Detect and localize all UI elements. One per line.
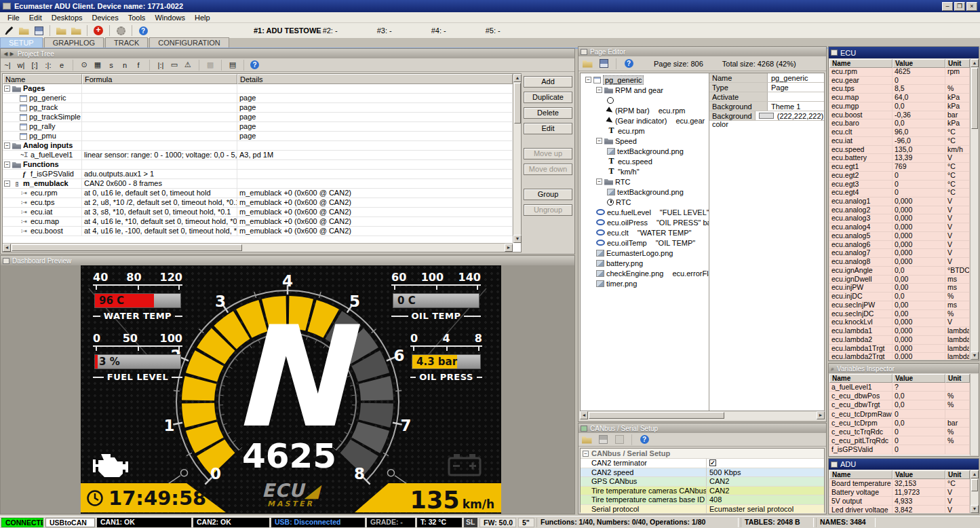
ecu-channel-row[interactable]: ecu.secInjDC0,00% [829, 310, 970, 319]
expander-icon[interactable]: − [585, 77, 591, 83]
page-editor-tree-item[interactable]: textBackground.png [581, 146, 709, 156]
property-row[interactable]: Background color(222,222,222) [709, 111, 824, 121]
import-icon[interactable] [55, 25, 67, 37]
adu-channel-row[interactable]: Led driver voltage3,842V [829, 506, 970, 513]
expander-icon[interactable]: − [596, 178, 602, 185]
ecu-channel-row[interactable]: ecu.baro0,0kPa [829, 119, 970, 128]
edit-button[interactable]: Edit [524, 123, 572, 134]
variable-row[interactable]: c_ecu_dbwPos0,0% [829, 392, 970, 400]
project-tree-row[interactable]: pg_rallypage [3, 122, 513, 132]
table-icon[interactable]: ▦ [93, 60, 102, 69]
column-header-name[interactable]: Name [829, 59, 893, 68]
page-editor-tree-item[interactable]: −RPM and gear [581, 85, 709, 95]
setting-value[interactable]: Ecumaster serial protocol [707, 505, 824, 514]
project-tree-row[interactable]: ff_isGPSValidadu.outputs.aux1 > 1 [3, 170, 513, 179]
ecu-channel-row[interactable]: ecu.analog10,000V [829, 197, 970, 206]
panel-icon[interactable]: ▭ [170, 60, 179, 69]
setting-value[interactable]: 500 Kbps [707, 468, 824, 477]
ecu-channel-row[interactable]: ecu.iat-96,0°C [829, 137, 970, 146]
ecu-channel-row[interactable]: ecu.egt1769°C [829, 163, 970, 172]
help-icon[interactable]: ? [623, 58, 635, 69]
open-project-icon[interactable] [18, 25, 30, 37]
ecu-channel-row[interactable]: ecu.map64,0kPa [829, 94, 970, 102]
page-editor-tree-item[interactable]: Tecu.rpm [581, 126, 709, 136]
ecu-channel-icon[interactable]: e [57, 61, 66, 69]
variable-row[interactable]: f_isGPSValid0 [829, 445, 970, 454]
help-icon[interactable]: ? [250, 60, 259, 69]
ecu-channel-row[interactable]: ecu.ignAngle0,0°BTDC [829, 267, 970, 276]
ecu-channel-row[interactable]: ecu.lambda1Trgt0,000lambda [829, 345, 970, 354]
page-editor-tree-item[interactable]: T"km/h" [581, 166, 709, 176]
tab-setup[interactable]: SETUP [0, 37, 43, 48]
restore-button[interactable]: ❐ [954, 2, 965, 11]
ecu-channel-row[interactable]: ecu.analog30,000V [829, 214, 970, 223]
ecu-channel-row[interactable]: ecu.tps8,5% [829, 85, 970, 94]
delete-button[interactable]: Delete [524, 107, 572, 119]
column-header-formula[interactable]: Formula [82, 74, 237, 84]
canbus-input-icon[interactable]: :|: [43, 61, 53, 69]
property-row[interactable]: Activate channel [709, 92, 824, 102]
menu-desktops[interactable]: Desktops [47, 13, 87, 22]
canbus-setting-row[interactable]: Serial protocolEcumaster serial protocol [581, 505, 824, 514]
menu-devices[interactable]: Devices [87, 13, 123, 22]
property-value[interactable]: (222,222,222) [756, 111, 824, 120]
project-tree-row[interactable]: −Analog inputs [3, 141, 513, 151]
expander-icon[interactable]: − [4, 86, 10, 92]
checkbox[interactable]: ✓ [709, 459, 716, 466]
tab-track[interactable]: TRACK [105, 37, 148, 48]
page-editor-tree-item[interactable]: (Gear indicator)ecu.gear [581, 115, 709, 126]
page-editor-tree-item[interactable]: (RPM bar)ecu.rpm [581, 105, 709, 115]
column-header-name[interactable]: Name [829, 470, 893, 479]
device-slot-3[interactable]: #3: - [377, 26, 392, 35]
project-tree-row[interactable]: −[⁞]m_emublackCAN2 0x600 - 8 frames [3, 179, 513, 189]
variable-row[interactable]: c_ecu_tcDrpmRaw0 [829, 410, 970, 419]
page-editor-tree-item[interactable]: ecu.fuelLevel"FUEL LEVEL" [581, 207, 709, 217]
open-page-icon[interactable] [581, 58, 593, 69]
adu-vscrollbar[interactable]: ▲ ▼ [970, 470, 978, 513]
collapse-icon[interactable]: − [583, 451, 589, 457]
project-tree-row[interactable]: pg_pmupage [3, 132, 513, 141]
device-slot-4[interactable]: #4: - [431, 26, 446, 35]
ecu-channel-row[interactable]: ecu.analog20,000V [829, 206, 970, 215]
adu-channel-row[interactable]: Battery voltage11,9723V [829, 488, 970, 497]
page-editor-tree-item[interactable]: −RTC [581, 176, 709, 187]
page-editor-tree-item[interactable]: RTC [581, 197, 709, 207]
page-editor-tree-item[interactable]: ecu.oilPress"OIL PRESS" battery [581, 217, 709, 227]
property-row[interactable]: TypePage [709, 83, 824, 92]
column-header-name[interactable]: Name [829, 374, 893, 383]
add-device-icon[interactable]: + [92, 25, 104, 37]
menu-tools[interactable]: Tools [123, 13, 151, 22]
canbus-setting-row[interactable]: CAN2 terminator✓ [581, 459, 824, 468]
ecu-channel-row[interactable]: ecu.analog70,000V [829, 249, 970, 258]
page-editor-tree-item[interactable]: battery.png [581, 258, 709, 268]
ecu-channel-row[interactable]: ecu.boost-0,36bar [829, 111, 970, 120]
ecu-channel-row[interactable]: ecu.ignDwell0,00ms [829, 276, 970, 284]
ecu-channel-row[interactable]: ecu.secInjPW0,00ms [829, 301, 970, 310]
ecu-channel-row[interactable]: ecu.mgp0,0kPa [829, 102, 970, 111]
ecu-channel-row[interactable]: ecu.egt40°C [829, 189, 970, 197]
ecu-channel-row[interactable]: ecu.injDC0,0% [829, 293, 970, 301]
canbus-setting-row[interactable]: Tire temperature cameras base ID408 [581, 495, 824, 505]
ecu-channel-row[interactable]: ecu.speed135,0km/h [829, 146, 970, 155]
ecu-channel-row[interactable]: ecu.battery13,39V [829, 154, 970, 163]
property-value[interactable]: Page [768, 83, 824, 92]
page-editor-tree-item[interactable]: ecu.oilTemp"OIL TEMP" [581, 238, 709, 248]
save-page-icon[interactable] [597, 58, 610, 69]
expander-icon[interactable]: − [596, 87, 602, 93]
device-slot-1[interactable]: #1: ADU TESTOWE [254, 26, 321, 35]
page-editor-tree-item[interactable]: EcumasterLogo.png [581, 248, 709, 258]
page-editor-tree-item[interactable]: Tecu.speed [581, 156, 709, 166]
timer-icon[interactable]: ⊙ [79, 60, 89, 69]
ecu-channel-row[interactable]: ecu.egt20°C [829, 172, 970, 181]
column-header-value[interactable]: Value [893, 374, 945, 383]
project-tree-row[interactable]: ~⌶a_fuelLevel1linear sensor: range: 0 - … [3, 151, 513, 160]
canbus-section-header[interactable]: − CANbus / Serial Setup [581, 449, 824, 459]
canbus-setting-row[interactable]: CAN2 speed500 Kbps [581, 468, 824, 478]
settings-gear-icon[interactable] [115, 25, 127, 37]
column-header-name[interactable]: Name [3, 74, 82, 84]
alarm-icon[interactable]: ⚠ [183, 60, 193, 69]
variable-row[interactable]: c_ecu_pitLTrqRdc0% [829, 436, 970, 445]
project-tree-hscrollbar[interactable]: ◄ ► [3, 243, 513, 252]
ecu-channel-row[interactable]: ecu.analog60,000V [829, 241, 970, 250]
ecu-channel-row[interactable]: ecu.injPW0,00ms [829, 284, 970, 293]
